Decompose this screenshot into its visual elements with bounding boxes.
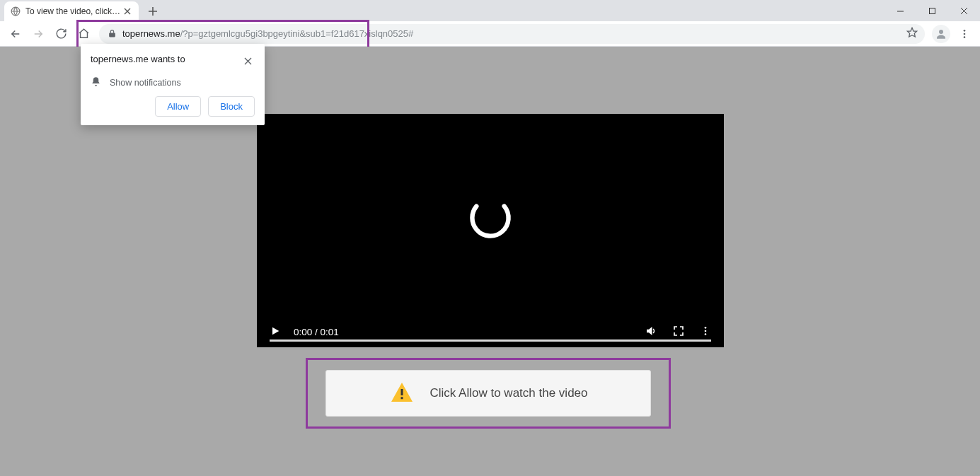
block-button[interactable]: Block bbox=[208, 96, 255, 117]
bookmark-star-icon[interactable] bbox=[906, 27, 918, 40]
reload-button[interactable] bbox=[51, 24, 71, 44]
new-tab-button[interactable] bbox=[143, 1, 163, 21]
video-controls: 0:00 / 0:01 bbox=[257, 316, 724, 347]
svg-point-3 bbox=[939, 30, 943, 34]
svg-rect-1 bbox=[930, 8, 935, 13]
svg-point-6 bbox=[964, 36, 966, 38]
url-host: topernews.me bbox=[122, 28, 180, 39]
svg-point-8 bbox=[705, 327, 707, 329]
svg-marker-2 bbox=[907, 28, 916, 37]
browser-menu-button[interactable] bbox=[955, 24, 974, 44]
video-player[interactable]: 0:00 / 0:01 bbox=[257, 114, 724, 347]
notification-permission-popup: topernews.me wants to Show notifications… bbox=[81, 44, 265, 125]
notification-close-button[interactable] bbox=[241, 54, 255, 68]
tab-strip: To view the video, click the Allow bbox=[0, 0, 980, 21]
notification-permission-label: Show notifications bbox=[110, 78, 181, 88]
url-path: /?p=gztgemlcgu5gi3bpgeytini&sub1=f21d617… bbox=[180, 28, 414, 39]
profile-avatar[interactable] bbox=[932, 25, 950, 43]
svg-point-7 bbox=[468, 195, 513, 240]
notification-origin-text: topernews.me wants to bbox=[91, 54, 241, 64]
svg-point-9 bbox=[705, 330, 707, 332]
video-progress-bar[interactable] bbox=[270, 339, 711, 342]
address-bar[interactable]: topernews.me/?p=gztgemlcgu5gi3bpgeytini&… bbox=[99, 24, 925, 44]
fullscreen-button[interactable] bbox=[673, 325, 684, 339]
lock-icon bbox=[108, 29, 117, 38]
browser-toolbar: topernews.me/?p=gztgemlcgu5gi3bpgeytini&… bbox=[0, 21, 980, 47]
svg-point-5 bbox=[964, 33, 966, 35]
globe-icon bbox=[10, 6, 21, 17]
back-button[interactable] bbox=[6, 24, 25, 44]
bell-icon bbox=[91, 76, 101, 89]
tab-title: To view the video, click the Allow bbox=[25, 6, 122, 16]
warning-icon bbox=[389, 381, 415, 406]
browser-tab[interactable]: To view the video, click the Allow bbox=[4, 1, 139, 21]
home-button[interactable] bbox=[74, 24, 93, 44]
maximize-button[interactable] bbox=[916, 0, 948, 21]
close-tab-icon[interactable] bbox=[122, 6, 133, 17]
url-text: topernews.me/?p=gztgemlcgu5gi3bpgeytini&… bbox=[122, 28, 413, 39]
svg-point-4 bbox=[964, 30, 966, 32]
play-button[interactable] bbox=[270, 325, 281, 339]
video-menu-button[interactable] bbox=[700, 325, 711, 339]
close-window-button[interactable] bbox=[948, 0, 980, 21]
minimize-button[interactable] bbox=[884, 0, 916, 21]
instruction-text: Click Allow to watch the video bbox=[430, 386, 588, 400]
volume-button[interactable] bbox=[645, 325, 657, 339]
window-controls bbox=[884, 0, 980, 21]
allow-button[interactable]: Allow bbox=[155, 96, 201, 117]
forward-button[interactable] bbox=[28, 24, 48, 44]
svg-rect-12 bbox=[400, 397, 403, 399]
instruction-banner: Click Allow to watch the video bbox=[325, 370, 651, 417]
loading-spinner-icon bbox=[468, 195, 513, 243]
video-time-display: 0:00 / 0:01 bbox=[294, 327, 339, 337]
svg-point-10 bbox=[705, 333, 707, 335]
svg-rect-11 bbox=[400, 389, 403, 395]
